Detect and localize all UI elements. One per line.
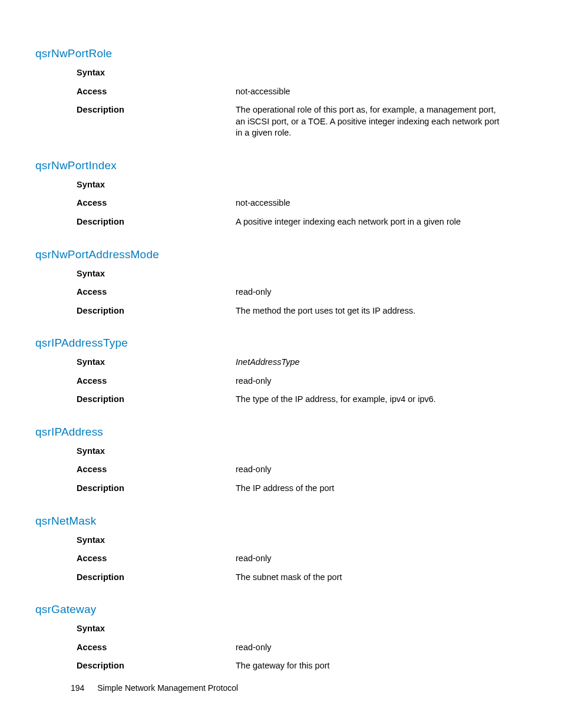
row-syntax: Syntax	[35, 179, 527, 191]
section-qsrNwPortRole: qsrNwPortRole Syntax Access not-accessib…	[35, 47, 527, 139]
label-description: Description	[35, 104, 236, 116]
row-access: Access read-only	[35, 375, 527, 387]
value-access: read-only	[236, 464, 527, 476]
footer-title: Simple Network Management Protocol	[97, 683, 238, 693]
label-syntax: Syntax	[35, 268, 236, 280]
label-syntax: Syntax	[35, 535, 236, 546]
label-access: Access	[35, 86, 236, 98]
row-access: Access read-only	[35, 464, 527, 476]
value-description: The gateway for this port	[236, 660, 527, 672]
section-qsrGateway: qsrGateway Syntax Access read-only Descr…	[35, 603, 527, 672]
label-description: Description	[35, 305, 236, 317]
row-syntax: Syntax InetAddressType	[35, 357, 527, 368]
value-access: read-only	[236, 642, 527, 654]
value-access: read-only	[236, 375, 527, 387]
row-description: Description The gateway for this port	[35, 660, 527, 672]
row-description: Description The operational role of this…	[35, 104, 527, 139]
section-title: qsrNwPortRole	[35, 47, 527, 60]
section-title: qsrNwPortAddressMode	[35, 248, 527, 261]
label-access: Access	[35, 197, 236, 209]
label-description: Description	[35, 572, 236, 584]
value-description: The type of the IP address, for example,…	[236, 394, 527, 406]
page-content: qsrNwPortRole Syntax Access not-accessib…	[0, 0, 562, 672]
value-syntax: InetAddressType	[236, 357, 527, 368]
label-access: Access	[35, 464, 236, 476]
label-access: Access	[35, 375, 236, 387]
row-syntax: Syntax	[35, 535, 527, 546]
row-description: Description The IP address of the port	[35, 483, 527, 495]
row-access: Access read-only	[35, 286, 527, 298]
label-syntax: Syntax	[35, 357, 236, 368]
value-access: read-only	[236, 553, 527, 565]
section-qsrIPAddress: qsrIPAddress Syntax Access read-only Des…	[35, 426, 527, 495]
label-description: Description	[35, 216, 236, 228]
section-qsrNetMask: qsrNetMask Syntax Access read-only Descr…	[35, 515, 527, 584]
row-access: Access read-only	[35, 642, 527, 654]
label-description: Description	[35, 660, 236, 672]
row-description: Description A positive integer indexing …	[35, 216, 527, 228]
page-number: 194	[71, 683, 84, 693]
row-syntax: Syntax	[35, 268, 527, 280]
value-description: A positive integer indexing each network…	[236, 216, 527, 228]
label-access: Access	[35, 553, 236, 565]
row-description: Description The method the port uses tot…	[35, 305, 527, 317]
section-qsrIPAddressType: qsrIPAddressType Syntax InetAddressType …	[35, 337, 527, 406]
value-access: read-only	[236, 286, 527, 298]
label-access: Access	[35, 642, 236, 654]
row-syntax: Syntax	[35, 446, 527, 457]
row-syntax: Syntax	[35, 67, 527, 79]
label-description: Description	[35, 394, 236, 406]
section-title: qsrNetMask	[35, 515, 527, 528]
row-description: Description The type of the IP address, …	[35, 394, 527, 406]
value-description: The method the port uses tot get its IP …	[236, 305, 527, 317]
row-syntax: Syntax	[35, 623, 527, 635]
row-access: Access read-only	[35, 553, 527, 565]
row-description: Description The subnet mask of the port	[35, 572, 527, 584]
label-syntax: Syntax	[35, 179, 236, 191]
section-qsrNwPortAddressMode: qsrNwPortAddressMode Syntax Access read-…	[35, 248, 527, 317]
value-access: not-accessible	[236, 197, 527, 209]
section-title: qsrIPAddressType	[35, 337, 527, 350]
row-access: Access not-accessible	[35, 197, 527, 209]
label-description: Description	[35, 483, 236, 495]
section-title: qsrIPAddress	[35, 426, 527, 439]
section-title: qsrNwPortIndex	[35, 159, 527, 172]
page-footer: 194 Simple Network Management Protocol	[0, 683, 562, 693]
section-qsrNwPortIndex: qsrNwPortIndex Syntax Access not-accessi…	[35, 159, 527, 228]
label-syntax: Syntax	[35, 446, 236, 457]
value-description: The operational role of this port as, fo…	[236, 104, 527, 139]
value-description: The subnet mask of the port	[236, 572, 527, 584]
label-syntax: Syntax	[35, 623, 236, 635]
section-title: qsrGateway	[35, 603, 527, 616]
value-description: The IP address of the port	[236, 483, 527, 495]
label-syntax: Syntax	[35, 67, 236, 79]
label-access: Access	[35, 286, 236, 298]
row-access: Access not-accessible	[35, 86, 527, 98]
value-access: not-accessible	[236, 86, 527, 98]
